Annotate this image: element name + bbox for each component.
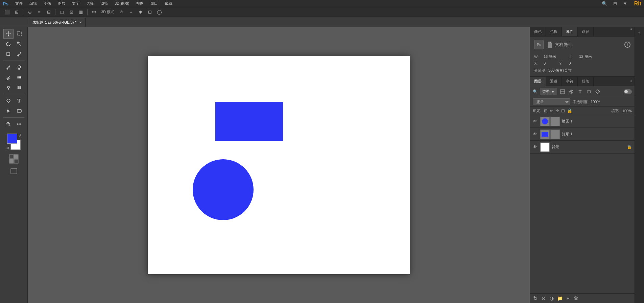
dodge-btn[interactable] [3,83,14,92]
add-group-btn[interactable]: 📁 [556,295,563,302]
layer-item-bg[interactable]: 👁 背景 🔒 [530,141,635,154]
canvas-area[interactable] [28,27,530,303]
layer-eye-bg[interactable]: 👁 [533,144,538,149]
tab-character[interactable]: 字符 [562,77,578,86]
align-btn[interactable]: ≡ [35,8,44,16]
add-fx-btn[interactable]: fx [532,295,539,302]
ps-icon-btn[interactable]: Ps [534,40,544,49]
add-adjustment-btn[interactable]: ◑ [548,295,555,302]
layers-panel: 图层 通道 字符 段落 ≡ 🔍 类型 ▼ [530,77,635,303]
menu-help[interactable]: 帮助 [163,0,173,7]
path-select-btn[interactable] [3,106,14,116]
layer-item-ellipse[interactable]: 👁 椭圆 1 [530,115,635,128]
tab-layers[interactable]: 图层 [530,77,546,86]
reset-colors-btn[interactable]: ⊠ [6,146,9,150]
3d-pan-btn[interactable]: ↔ [126,8,135,16]
tab-close-btn[interactable]: ✕ [79,21,82,24]
blend-mode-select[interactable]: 正常 [533,98,570,105]
paintbrush-btn[interactable] [3,63,14,72]
lock-pixels-icon[interactable]: ⊞ [544,108,548,113]
lock-move-icon[interactable]: ✛ [555,108,559,113]
warp-btn[interactable]: ⊠ [67,8,76,16]
select-tool-btn[interactable] [14,29,24,39]
crop-tool-btn[interactable] [3,49,14,59]
move-tool-btn[interactable] [3,29,14,39]
magic-wand-btn[interactable] [14,39,24,49]
tab-paragraph[interactable]: 段落 [578,77,594,86]
gradient-btn[interactable] [14,73,24,82]
delete-layer-btn[interactable]: 🗑 [573,295,579,302]
3d-slide-btn[interactable]: ⊕ [136,8,145,16]
lock-all-icon[interactable]: 🔒 [567,108,572,113]
width-label: W: [534,55,541,59]
menu-select[interactable]: 选择 [85,0,95,7]
pen-tool-btn[interactable] [3,96,14,106]
y-value: 0 [569,61,571,65]
menu-layer[interactable]: 图层 [56,0,67,7]
menu-text[interactable]: 文字 [71,0,81,7]
collapse-panel-btn[interactable]: « [636,28,644,37]
3d-roll-btn[interactable]: ◯ [155,8,164,16]
quick-mask-btn[interactable] [9,154,19,165]
arrange-icon[interactable]: ⊞ [613,1,617,6]
filter-pixel-btn[interactable] [559,88,566,95]
filter-btn[interactable]: ▦ [76,8,85,16]
search-icon[interactable]: 🔍 [602,1,607,6]
tab-channels[interactable]: 通道 [546,77,562,86]
tab-swatches[interactable]: 色板 [546,27,562,36]
smudge-btn[interactable] [14,83,24,92]
screen-mode-btn[interactable] [10,168,18,176]
properties-tab-bar: 颜色 色板 属性 路径 ≡ [530,27,635,37]
add-layer-btn[interactable]: + [565,295,571,302]
menu-window[interactable]: 窗口 [149,0,159,7]
stamp-btn[interactable] [14,63,24,72]
tab-paths[interactable]: 路径 [578,27,594,36]
zoom-tool-btn[interactable] [3,119,14,129]
lock-brush-icon[interactable]: ✏ [550,108,553,113]
menu-3d[interactable]: 3D(视图) [113,0,130,7]
filter-adjustment-btn[interactable] [568,88,575,95]
tab-color[interactable]: 颜色 [530,27,546,36]
lasso-tool-btn[interactable] [3,39,14,49]
info-btn[interactable]: i [624,42,630,48]
layer-eye-ellipse[interactable]: 👁 [533,119,538,124]
layers-menu-btn[interactable]: ≡ [628,77,635,86]
eyedropper-btn[interactable] [14,49,24,59]
filter-shape-btn[interactable] [586,88,592,95]
menu-image[interactable]: 图像 [42,0,52,7]
filter-smart-btn[interactable] [594,88,601,95]
3d-rotate-btn[interactable]: ⟳ [117,8,126,16]
filter-text-btn[interactable]: T [577,88,583,95]
tab-properties[interactable]: 属性 [562,27,578,36]
text-tool-btn[interactable]: T [14,96,24,106]
swap-colors-btn[interactable]: ⇄ [19,134,21,137]
layer-eye-rect[interactable]: 👁 [533,132,538,137]
fg-swatch[interactable] [7,134,17,144]
layer-name-rect: 矩形 1 [562,132,632,137]
filter-toggle-btn[interactable] [624,89,632,94]
shape-tool-btn[interactable] [14,106,24,116]
3d-scale-btn[interactable]: ⊡ [145,8,154,16]
more-tools-btn[interactable]: ••• [14,119,24,129]
panel-menu-btn[interactable]: ≡ [628,27,635,31]
menu-file[interactable]: 文件 [14,0,24,7]
add-mask-btn[interactable]: ⊙ [540,295,547,302]
svg-point-8 [7,86,9,88]
show-transform-btn[interactable]: ⊞ [12,8,21,16]
auto-select-btn[interactable]: ⬛ [3,8,11,16]
distribute-btn[interactable]: ⊟ [44,8,53,16]
lock-artboard-icon[interactable]: ⊡ [561,108,565,113]
document-tab[interactable]: 未标题-1 @ 50%(RGB/8) * ✕ [29,18,86,27]
menu-filter[interactable]: 滤镜 [99,0,109,7]
opacity-value[interactable]: 100% [591,100,600,104]
eraser-btn[interactable] [3,73,14,82]
more-options-btn[interactable]: ••• [90,8,98,16]
layer-filter-select[interactable]: 类型 ▼ [540,88,557,95]
transform-btn[interactable]: ◻ [57,8,66,16]
fill-value[interactable]: 100% [622,109,632,113]
menu-view[interactable]: 视图 [135,0,145,7]
arrange-btn[interactable]: ⊕ [25,8,34,16]
workspace-icon[interactable]: ▼ [623,1,627,6]
layer-item-rect[interactable]: 👁 矩形 1 [530,128,635,141]
menu-edit[interactable]: 编辑 [28,0,38,7]
